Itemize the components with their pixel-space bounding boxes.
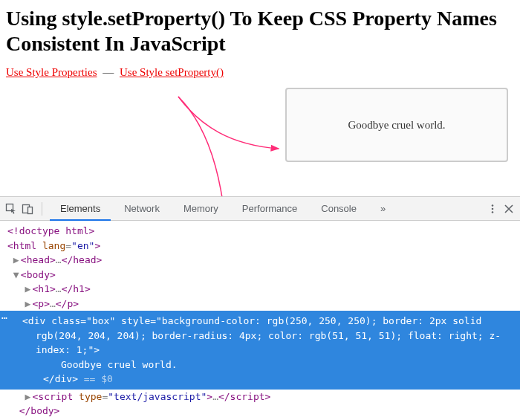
selected-gutter-icon: ⋯ xyxy=(0,311,9,326)
dom-p[interactable]: ▶<p>…</p> xyxy=(0,297,520,311)
link-row: Use Style Properties — Use Style setProp… xyxy=(6,66,514,79)
dom-html-open[interactable]: <html lang="en"> xyxy=(0,239,520,253)
dom-selected-close: </div> xyxy=(43,373,78,384)
dom-tree[interactable]: <!doctype html> <html lang="en"> ▶<head>… xyxy=(0,221,520,420)
link-style-properties[interactable]: Use Style Properties xyxy=(6,66,97,78)
tabbar-divider xyxy=(42,202,42,216)
tab-console[interactable]: Console xyxy=(311,197,367,221)
tab-network[interactable]: Network xyxy=(114,197,170,221)
dom-head[interactable]: ▶<head>…</head> xyxy=(0,253,520,268)
link-style-setproperty[interactable]: Use Style setProperty() xyxy=(120,66,224,78)
dom-doctype[interactable]: <!doctype html> xyxy=(0,224,520,239)
devtools-tabbar: Elements Network Memory Performance Cons… xyxy=(0,197,520,221)
dom-h1[interactable]: ▶<h1>…</h1> xyxy=(0,282,520,297)
svg-point-5 xyxy=(492,211,494,213)
device-toolbar-icon[interactable] xyxy=(21,202,34,216)
dom-body-close[interactable]: </body> xyxy=(0,404,520,419)
dom-script[interactable]: ▶<script type="text/javascript">…</scrip… xyxy=(0,390,520,404)
svg-point-4 xyxy=(492,207,494,210)
tab-performance[interactable]: Performance xyxy=(232,197,308,221)
dom-ref: == $0 xyxy=(78,373,113,384)
svg-point-3 xyxy=(492,204,494,207)
kebab-menu-icon[interactable] xyxy=(486,202,499,216)
tab-more[interactable]: » xyxy=(370,197,396,221)
dom-selected-node[interactable]: ⋯ <div class="box" style="background-col… xyxy=(0,311,520,390)
demo-box: Goodbye cruel world. xyxy=(285,88,508,162)
page-title: Using style.setProperty() To Keep CSS Pr… xyxy=(6,6,514,56)
inspect-element-icon[interactable] xyxy=(4,202,18,216)
dom-body-open[interactable]: ▼<body> xyxy=(0,268,520,282)
tab-memory[interactable]: Memory xyxy=(173,197,229,221)
link-separator: — xyxy=(103,66,114,78)
devtools-panel: Elements Network Memory Performance Cons… xyxy=(0,196,520,420)
tab-elements[interactable]: Elements xyxy=(50,197,111,221)
svg-rect-2 xyxy=(28,207,33,213)
close-icon[interactable] xyxy=(502,202,516,216)
dom-selected-text: Goodbye cruel world. xyxy=(7,358,513,372)
